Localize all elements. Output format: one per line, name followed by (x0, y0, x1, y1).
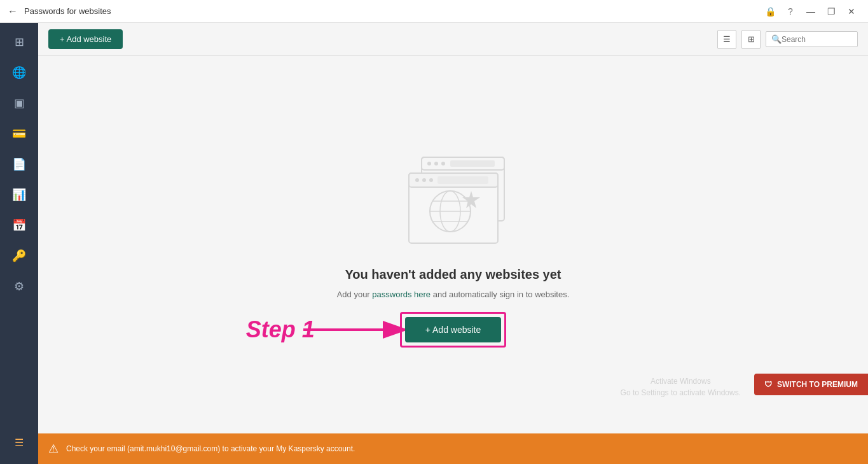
restore-button[interactable]: ❐ (822, 3, 840, 20)
empty-desc-suffix: and automatically sign in to websites. (431, 290, 569, 299)
watermark-line1: Activate Windows (621, 376, 741, 387)
sidebar-item-dashboard[interactable]: ⊞ (5, 28, 33, 56)
list-view-icon: ☰ (723, 34, 731, 44)
main-content: You haven't added any websites yet Add y… (38, 56, 868, 433)
sidebar-item-settings[interactable]: ⚙ (5, 272, 33, 300)
switch-to-premium-button[interactable]: 🛡 SWITCH TO PREMIUM (754, 374, 868, 395)
empty-illustration (396, 148, 511, 250)
bottom-bar-message: Check your email (amit.mukhi10@gmail.com… (66, 444, 355, 453)
add-website-button-toolbar[interactable]: + Add website (48, 29, 123, 49)
illustration (396, 148, 511, 252)
sidebar-item-globe[interactable]: 🌐 (5, 59, 33, 87)
windows-watermark: Activate Windows Go to Settings to activ… (621, 376, 741, 398)
svg-point-4 (441, 162, 445, 165)
content-area: + Add website ☰ ⊞ 🔍 (38, 23, 868, 464)
grid-view-icon: ⊞ (748, 34, 755, 44)
add-website-button-main[interactable]: + Add website (405, 317, 502, 342)
sidebar-item-payment[interactable]: 💳 (5, 120, 33, 148)
sidebar-notification[interactable]: ☰ (5, 428, 33, 456)
sidebar-item-reports[interactable]: 📊 (5, 181, 33, 209)
empty-description: Add your passwords here and automaticall… (337, 290, 570, 299)
title-bar-controls: 🔒 ? — ❐ ✕ (761, 3, 860, 20)
sidebar-bottom: ☰ (5, 428, 33, 459)
sidebar-item-cards[interactable]: ▣ (5, 89, 33, 117)
toolbar: + Add website ☰ ⊞ 🔍 (38, 23, 868, 56)
svg-rect-11 (437, 176, 488, 184)
toolbar-right: ☰ ⊞ 🔍 (717, 30, 858, 49)
sidebar-item-key[interactable]: 🔑 (5, 242, 33, 270)
minimize-button[interactable]: — (802, 3, 820, 20)
empty-desc-prefix: Add your (337, 290, 373, 299)
svg-point-2 (427, 162, 431, 165)
title-bar: ← Passwords for websites 🔒 ? — ❐ ✕ (0, 0, 868, 23)
lock-button[interactable]: 🔒 (761, 3, 779, 20)
grid-view-button[interactable]: ⊞ (741, 30, 761, 49)
warning-icon: ⚠ (48, 442, 59, 456)
back-button[interactable]: ← (8, 6, 18, 17)
app-body: ⊞ 🌐 ▣ 💳 📄 📊 📅 🔑 ⚙ ☰ + Add website ☰ ⊞ (0, 23, 868, 464)
search-box: 🔍 (766, 31, 858, 47)
empty-title: You haven't added any websites yet (345, 267, 561, 282)
sidebar: ⊞ 🌐 ▣ 💳 📄 📊 📅 🔑 ⚙ ☰ (0, 23, 38, 464)
svg-rect-5 (450, 160, 495, 167)
help-button[interactable]: ? (782, 3, 799, 20)
empty-desc-link[interactable]: passwords here (372, 290, 431, 299)
step-annotation-wrapper: Step 1 + Add website (405, 317, 502, 342)
page-title: Passwords for websites (24, 6, 111, 16)
add-website-highlight-wrapper: + Add website (405, 317, 502, 342)
sidebar-item-calendar[interactable]: 📅 (5, 211, 33, 239)
svg-point-10 (429, 178, 433, 182)
svg-point-8 (415, 178, 419, 182)
search-input[interactable] (782, 35, 852, 44)
premium-shield-icon: 🛡 (764, 380, 772, 389)
svg-point-3 (434, 162, 438, 165)
title-bar-left: ← Passwords for websites (8, 6, 761, 17)
bottom-bar: ⚠ Check your email (amit.mukhi10@gmail.c… (38, 433, 868, 464)
search-icon: 🔍 (771, 34, 782, 44)
svg-point-9 (422, 178, 426, 182)
watermark-line2: Go to Settings to activate Windows. (621, 387, 741, 398)
sidebar-item-documents[interactable]: 📄 (5, 150, 33, 178)
close-button[interactable]: ✕ (843, 3, 860, 20)
list-view-button[interactable]: ☰ (717, 30, 736, 49)
premium-label: SWITCH TO PREMIUM (777, 380, 858, 389)
